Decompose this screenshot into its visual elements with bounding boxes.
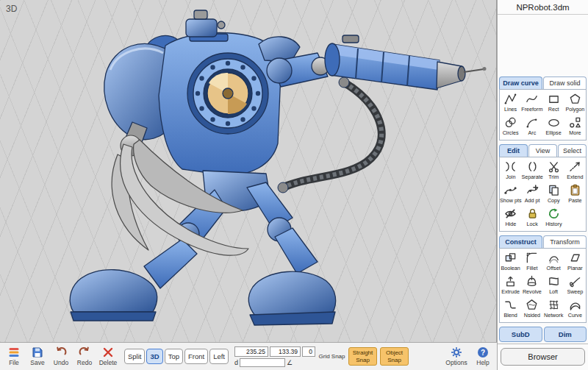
- tool-more[interactable]: More: [564, 115, 586, 138]
- tool-nsided[interactable]: Nsided: [521, 297, 542, 321]
- sidebar-bottom: Browser: [498, 344, 588, 370]
- coord-z-field[interactable]: 0: [302, 346, 315, 357]
- tab-edit[interactable]: Edit: [499, 144, 528, 157]
- save-icon: [32, 346, 43, 358]
- extend-icon: [569, 160, 581, 173]
- file-button[interactable]: File: [4, 346, 24, 366]
- straight-snap-toggle[interactable]: Straight Snap: [348, 347, 377, 365]
- tab-draw-curve[interactable]: Draw curve: [499, 77, 542, 89]
- tool-paste[interactable]: Paste: [564, 182, 586, 206]
- tool-boolean[interactable]: Boolean: [500, 250, 521, 274]
- viewport-label: 3D: [6, 4, 17, 14]
- tool-curve-surface[interactable]: Curve: [564, 297, 586, 321]
- redo-button[interactable]: Redo: [74, 346, 95, 366]
- gear-icon: [451, 346, 462, 358]
- tool-arc[interactable]: Arc: [521, 115, 542, 138]
- view-top-button[interactable]: Top: [165, 349, 183, 364]
- tool-ellipse[interactable]: Ellipse: [543, 115, 564, 138]
- help-label: Help: [476, 359, 489, 366]
- tool-circles[interactable]: Circles: [500, 115, 521, 138]
- view-left-button[interactable]: Left: [209, 349, 229, 364]
- tool-offset[interactable]: Offset: [543, 250, 564, 274]
- tool-label: Network: [544, 312, 563, 319]
- more-shapes-icon: [569, 116, 581, 129]
- tab-construct[interactable]: Construct: [499, 235, 542, 248]
- tool-label: Ellipse: [546, 129, 562, 136]
- tab-view[interactable]: View: [528, 144, 557, 157]
- sidebar: NPRobot.3dm Draw curve Draw solid Lines …: [497, 0, 588, 370]
- tool-planar[interactable]: Planar: [564, 250, 586, 274]
- tool-trim[interactable]: Trim: [543, 159, 564, 182]
- tool-network[interactable]: Network: [543, 297, 564, 321]
- tool-label: Sweep: [567, 288, 583, 295]
- view-3d-button[interactable]: 3D: [146, 349, 162, 364]
- tool-hide[interactable]: Hide: [500, 206, 522, 230]
- tool-label: Rect: [548, 106, 559, 113]
- dim-button[interactable]: Dim: [544, 327, 587, 342]
- browser-button[interactable]: Browser: [501, 348, 585, 366]
- nsided-icon: [526, 299, 538, 311]
- tool-label: More: [569, 129, 581, 136]
- tool-add-pt[interactable]: Add pt: [522, 182, 543, 206]
- tool-label: Curve: [568, 312, 582, 319]
- panel-draw: Draw curve Draw solid Lines Freeform Rec…: [499, 77, 587, 140]
- tool-blend[interactable]: Blend: [500, 297, 521, 321]
- tool-rect[interactable]: Rect: [543, 91, 564, 115]
- coordinate-readout: 235.25 133.39 0 d ∠: [234, 346, 315, 367]
- tool-label: Extrude: [501, 288, 520, 295]
- tool-label: Blend: [503, 312, 517, 319]
- tool-history[interactable]: History: [543, 206, 564, 230]
- robot-model[interactable]: [0, 0, 497, 342]
- tool-label: Copy: [548, 197, 560, 204]
- undo-button[interactable]: Undo: [51, 346, 71, 366]
- delete-label: Delete: [99, 359, 118, 366]
- tool-loft[interactable]: Loft: [543, 274, 564, 297]
- sweep-icon: [569, 275, 581, 288]
- view-front-button[interactable]: Front: [184, 349, 208, 364]
- help-button[interactable]: ? Help: [473, 346, 493, 366]
- object-snap-toggle[interactable]: Object Snap: [380, 347, 409, 365]
- coord-y-field[interactable]: 133.39: [270, 346, 301, 357]
- tab-draw-solid[interactable]: Draw solid: [543, 77, 587, 89]
- tool-extend[interactable]: Extend: [564, 159, 586, 182]
- toolbar-right-group: Options ? Help: [446, 346, 493, 366]
- rect-icon: [548, 93, 560, 105]
- tool-lock[interactable]: Lock: [522, 206, 543, 230]
- tool-extrude[interactable]: Extrude: [500, 274, 521, 297]
- coord-x-field[interactable]: 235.25: [234, 346, 268, 357]
- tool-freeform[interactable]: Freeform: [521, 91, 542, 115]
- planar-icon: [569, 252, 581, 264]
- tab-select[interactable]: Select: [558, 144, 587, 157]
- panel-construct: Construct Transform Boolean Fillet Offse…: [499, 235, 587, 323]
- subd-button[interactable]: SubD: [499, 327, 542, 342]
- distance-label: d: [234, 359, 238, 366]
- tool-label: Revolve: [523, 288, 542, 295]
- scissors-icon: [548, 160, 560, 173]
- extrude-icon: [504, 275, 517, 288]
- tool-label: Freeform: [521, 106, 542, 113]
- show-points-icon: [504, 184, 517, 196]
- separate-icon: [526, 160, 539, 173]
- tab-transform[interactable]: Transform: [543, 235, 587, 248]
- viewport-3d[interactable]: 3D: [0, 0, 497, 342]
- bottom-toolbar: File Save Undo Redo Delete: [0, 342, 497, 370]
- delete-button[interactable]: Delete: [98, 346, 118, 366]
- tool-sweep[interactable]: Sweep: [564, 274, 586, 297]
- ellipse-icon: [548, 116, 560, 129]
- tool-separate[interactable]: Separate: [522, 159, 543, 182]
- tool-label: Add pt: [525, 197, 540, 204]
- tool-lines[interactable]: Lines: [500, 91, 521, 115]
- loft-icon: [548, 275, 560, 288]
- tool-revolve[interactable]: Revolve: [521, 274, 542, 297]
- tool-fillet[interactable]: Fillet: [521, 250, 542, 274]
- tool-join[interactable]: Join: [500, 159, 522, 182]
- view-split-button[interactable]: Split: [124, 349, 145, 364]
- options-button[interactable]: Options: [446, 346, 467, 366]
- grid-snap-toggle[interactable]: Grid Snap: [318, 353, 345, 360]
- save-button[interactable]: Save: [27, 346, 48, 366]
- tool-copy[interactable]: Copy: [543, 182, 564, 206]
- file-label: File: [9, 359, 19, 366]
- tool-polygon[interactable]: Polygon: [564, 91, 586, 115]
- tool-show-pts[interactable]: Show pts: [500, 182, 522, 206]
- distance-input[interactable]: [240, 358, 285, 367]
